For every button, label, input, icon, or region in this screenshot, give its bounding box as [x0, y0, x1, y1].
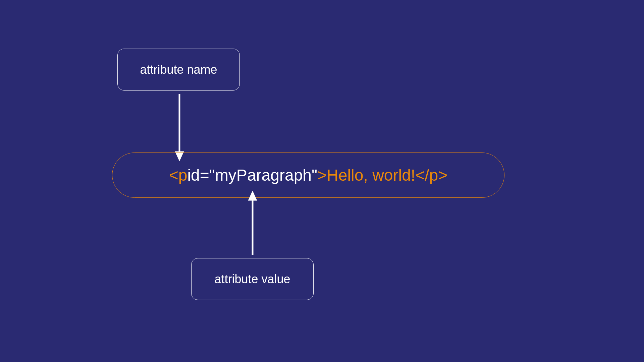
- code-open-tag: <p: [169, 166, 187, 184]
- code-attribute: id="myParagraph": [187, 166, 317, 184]
- code-example-box: <p id="myParagraph">Hello, world!</p>: [112, 153, 504, 198]
- code-end-tag: </p>: [415, 166, 447, 184]
- attribute-value-label: attribute value: [191, 258, 314, 300]
- arrow-up-icon: [248, 191, 258, 255]
- code-content: Hello, world!: [327, 166, 415, 184]
- attribute-name-text: attribute name: [140, 63, 217, 77]
- code-close-angle: >: [317, 166, 327, 184]
- arrow-down-icon: [174, 94, 184, 161]
- attribute-name-label: attribute name: [117, 49, 240, 90]
- svg-marker-3: [248, 191, 257, 200]
- attribute-value-text: attribute value: [214, 272, 290, 286]
